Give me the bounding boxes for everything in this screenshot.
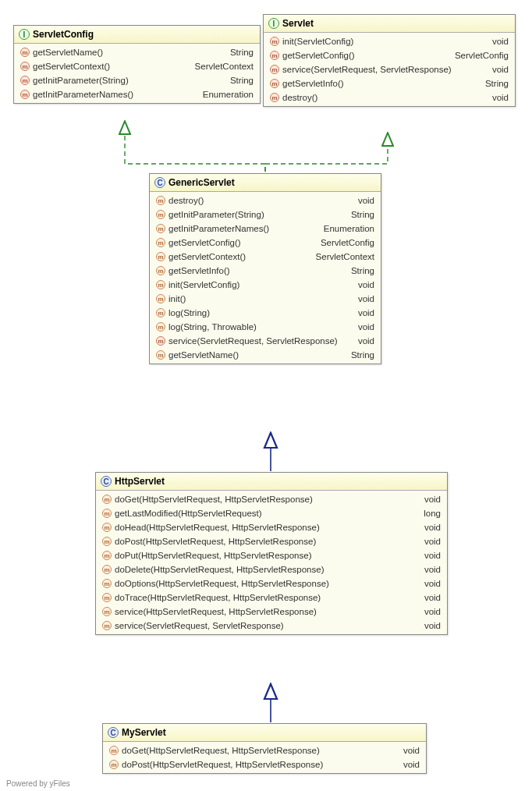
- abstract-method-icon: m: [156, 336, 165, 346]
- method-return-type: void: [358, 196, 374, 205]
- public-method-icon: m: [156, 308, 165, 317]
- method-return-type: Enumeration: [324, 224, 374, 233]
- class-servletconfig: I ServletConfig mgetServletName()Stringm…: [13, 25, 261, 104]
- class-header: I ServletConfig: [14, 26, 260, 44]
- method-name: doPut(HttpServletRequest, HttpServletRes…: [115, 551, 311, 560]
- method-row: mdoTrace(HttpServletRequest, HttpServlet…: [96, 591, 447, 605]
- method-name: service(ServletRequest, ServletResponse): [168, 336, 338, 346]
- class-name: MyServlet: [122, 727, 166, 738]
- method-row: mdoDelete(HttpServletRequest, HttpServle…: [96, 562, 447, 576]
- method-return-type: void: [358, 280, 374, 289]
- method-left: minit(ServletConfig): [156, 280, 239, 289]
- class-name: Servlet: [282, 18, 314, 29]
- public-method-icon: m: [102, 509, 112, 518]
- method-row: mdestroy()void: [264, 90, 515, 105]
- method-left: mservice(ServletRequest, ServletResponse…: [102, 621, 284, 630]
- method-row: mservice(ServletRequest, ServletResponse…: [264, 62, 515, 76]
- method-left: mdoHead(HttpServletRequest, HttpServletR…: [102, 523, 320, 532]
- public-method-icon: m: [109, 746, 119, 755]
- method-row: mlog(String)void: [150, 306, 381, 320]
- method-return-type: void: [492, 37, 509, 46]
- method-row: mgetInitParameterNames()Enumeration: [14, 87, 260, 101]
- abstract-method-icon: m: [20, 62, 30, 71]
- class-httpservlet: C HttpServlet mdoGet(HttpServletRequest,…: [95, 472, 448, 635]
- method-row: minit(ServletConfig)void: [264, 34, 515, 48]
- method-left: mdoGet(HttpServletRequest, HttpServletRe…: [109, 746, 320, 755]
- method-return-type: void: [492, 65, 509, 74]
- realization-generic-to-servletconfig: [125, 134, 265, 172]
- method-row: mgetServletName()String: [150, 348, 381, 362]
- public-method-icon: m: [156, 266, 165, 275]
- abstract-method-icon: m: [20, 90, 30, 99]
- public-method-icon: m: [156, 252, 165, 261]
- method-name: init(ServletConfig): [168, 280, 239, 289]
- public-method-icon: m: [102, 495, 112, 504]
- method-left: mgetInitParameterNames(): [20, 90, 133, 99]
- method-return-type: void: [358, 336, 374, 346]
- method-row: mgetServletConfig()ServletConfig: [264, 48, 515, 62]
- method-return-type: void: [358, 294, 374, 303]
- interface-icon: I: [268, 18, 279, 29]
- class-name: ServletConfig: [33, 29, 94, 40]
- method-return-type: ServletContext: [195, 62, 254, 71]
- abstract-method-icon: m: [270, 79, 279, 88]
- abstract-method-icon: m: [270, 65, 279, 74]
- class-header: C GenericServlet: [150, 174, 381, 192]
- method-name: service(ServletRequest, ServletResponse): [115, 621, 284, 630]
- method-row: minit()void: [150, 292, 381, 306]
- method-name: init(): [168, 294, 186, 303]
- class-header: C MyServlet: [103, 724, 426, 742]
- method-left: mdoOptions(HttpServletRequest, HttpServl…: [102, 579, 329, 588]
- method-return-type: void: [403, 746, 420, 755]
- method-left: minit(): [156, 294, 186, 303]
- public-method-icon: m: [102, 551, 112, 560]
- class-servlet: I Servlet minit(ServletConfig)voidmgetSe…: [263, 14, 516, 107]
- public-method-icon: m: [156, 238, 165, 247]
- method-return-type: void: [424, 607, 441, 616]
- realization-generic-to-servlet: [265, 146, 388, 172]
- method-row: mdoPost(HttpServletRequest, HttpServletR…: [96, 534, 447, 548]
- public-method-icon: m: [102, 565, 112, 574]
- method-return-type: void: [424, 495, 441, 504]
- method-row: mdoOptions(HttpServletRequest, HttpServl…: [96, 576, 447, 591]
- method-name: log(String): [168, 308, 210, 317]
- public-method-icon: m: [102, 523, 112, 532]
- method-left: mgetServletContext(): [156, 252, 246, 261]
- method-name: init(ServletConfig): [282, 37, 353, 46]
- method-name: doGet(HttpServletRequest, HttpServletRes…: [122, 746, 320, 755]
- method-row: mgetServletContext()ServletContext: [14, 59, 260, 73]
- class-body: minit(ServletConfig)voidmgetServletConfi…: [264, 33, 515, 106]
- method-left: mgetServletContext(): [20, 62, 110, 71]
- method-name: doPost(HttpServletRequest, HttpServletRe…: [122, 760, 323, 769]
- interface-icon: I: [19, 29, 30, 40]
- method-name: getServletContext(): [168, 252, 246, 261]
- method-left: mgetServletInfo(): [270, 79, 344, 88]
- class-header: C HttpServlet: [96, 473, 447, 491]
- method-return-type: void: [424, 523, 441, 532]
- method-return-type: void: [424, 537, 441, 546]
- public-method-icon: m: [156, 224, 165, 233]
- public-method-icon: m: [102, 593, 112, 602]
- class-genericservlet: C GenericServlet mdestroy()voidmgetInitP…: [149, 173, 381, 364]
- method-row: mgetInitParameter(String)String: [14, 73, 260, 87]
- method-name: destroy(): [168, 196, 204, 205]
- method-name: getInitParameterNames(): [168, 224, 269, 233]
- method-return-type: ServletConfig: [455, 51, 509, 60]
- method-name: doTrace(HttpServletRequest, HttpServletR…: [115, 593, 321, 602]
- method-left: mgetInitParameter(String): [20, 76, 129, 85]
- method-return-type: ServletConfig: [321, 238, 374, 247]
- method-left: mgetServletInfo(): [156, 266, 230, 275]
- method-left: mgetLastModified(HttpServletRequest): [102, 509, 262, 518]
- method-row: mgetServletInfo()String: [150, 264, 381, 278]
- abstract-method-icon: m: [270, 51, 279, 60]
- method-return-type: void: [424, 565, 441, 574]
- class-name: HttpServlet: [115, 476, 165, 487]
- method-return-type: void: [424, 621, 441, 630]
- method-left: mgetServletName(): [156, 350, 239, 360]
- method-return-type: ServletContext: [316, 252, 374, 261]
- method-return-type: void: [358, 308, 374, 317]
- method-row: mgetServletContext()ServletContext: [150, 250, 381, 264]
- public-method-icon: m: [156, 294, 165, 303]
- public-method-icon: m: [109, 760, 119, 769]
- method-left: mservice(ServletRequest, ServletResponse…: [156, 336, 338, 346]
